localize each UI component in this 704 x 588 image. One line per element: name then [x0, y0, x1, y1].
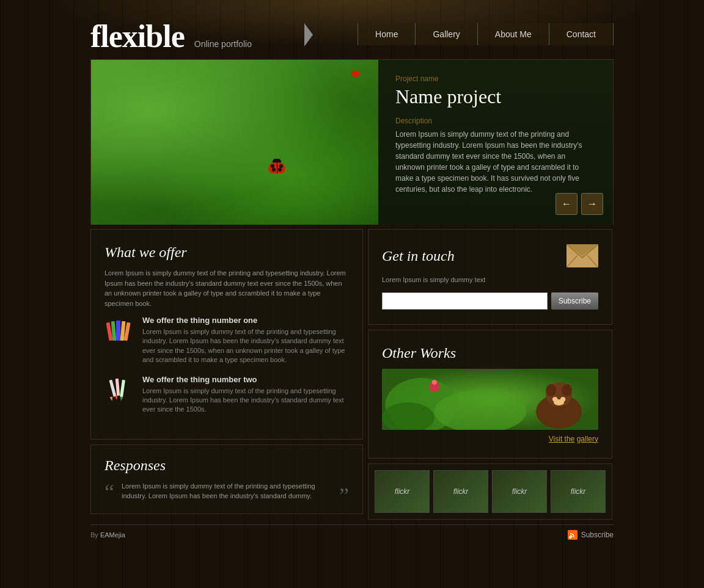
svg-marker-10 [119, 396, 123, 401]
hero-prev-button[interactable]: ← [556, 193, 578, 215]
offer-item-2-text: Lorem Ipsum is simply dummy text of the … [142, 387, 349, 415]
pencils-svg [106, 377, 132, 402]
svg-rect-9 [120, 379, 125, 396]
svg-point-23 [562, 384, 572, 396]
footer-by-text: By [90, 531, 98, 539]
subscribe-input[interactable] [382, 292, 548, 310]
ladybug-small-icon [351, 71, 360, 77]
other-works-panel: Other Works [368, 330, 612, 459]
svg-marker-8 [115, 395, 119, 399]
offer-item-1-title: We offer the thing number one [142, 316, 349, 325]
svg-rect-2 [116, 321, 120, 341]
svg-rect-11 [566, 244, 598, 267]
other-works-svg [382, 369, 598, 430]
footer-credit: By EAMejia [90, 531, 125, 539]
what-we-offer-panel: What we offer Lorem Ipsum is simply dumm… [90, 229, 363, 440]
svg-marker-6 [109, 396, 114, 401]
footer-subscribe[interactable]: Subscribe [568, 530, 614, 540]
gallery-link-text[interactable]: gallery [577, 435, 598, 443]
logo-title: flexible [90, 18, 185, 54]
subscribe-row: Subscribe [382, 292, 598, 310]
what-we-offer-title: What we offer [105, 244, 349, 261]
footer-subscribe-label: Subscribe [581, 531, 614, 539]
hero-image [91, 60, 378, 225]
offer-item-2-title: We offer the thing number two [142, 375, 349, 384]
responses-quote: “ Lorem Ipsum is simply dummy text of th… [105, 481, 349, 501]
nav-item-gallery[interactable]: Gallery [415, 23, 477, 45]
books-icon [105, 316, 134, 345]
svg-point-22 [546, 384, 556, 396]
ladybug-icon [268, 162, 287, 176]
project-name: Name project [395, 85, 596, 108]
footer-author-link[interactable]: EAMejia [100, 531, 125, 539]
svg-rect-5 [109, 379, 116, 396]
nav-item-about[interactable]: About Me [477, 23, 549, 45]
flickr-item-3[interactable]: flickr [492, 470, 547, 513]
right-column: Get in touch Lorem Ipsum is simply dummy… [368, 229, 612, 520]
footer: By EAMejia Subscribe [90, 524, 614, 545]
main-nav: Home Gallery About Me Contact [358, 23, 614, 45]
nav-arrow-icon [304, 23, 313, 46]
responses-title: Responses [105, 457, 349, 474]
logo-subtitle: Online portfolio [194, 39, 252, 49]
quote-mark-right: ” [339, 490, 349, 501]
envelope-icon [566, 244, 598, 267]
ladybug-body [268, 162, 285, 173]
nav-item-contact[interactable]: Contact [549, 23, 614, 45]
get-in-touch-header: Get in touch [382, 244, 598, 267]
svg-point-27 [569, 536, 571, 539]
flickr-item-2[interactable]: flickr [433, 470, 488, 513]
other-works-title: Other Works [382, 345, 598, 361]
offer-item-1-content: We offer the thing number one Lorem Ipsu… [142, 316, 349, 365]
flickr-label-2: flickr [453, 487, 469, 496]
gallery-text: Visit the [549, 435, 574, 443]
project-label: Project name [395, 74, 596, 83]
leaf-background [91, 60, 378, 225]
hero-info: Project name Name project Description Lo… [378, 60, 613, 225]
svg-point-26 [554, 399, 564, 405]
main-content: Project name Name project Description Lo… [90, 59, 614, 545]
offer-item-2: We offer the thing number two Lorem Ipsu… [105, 375, 349, 415]
flickr-label-4: flickr [571, 487, 586, 496]
get-in-touch-title: Get in touch [382, 248, 455, 264]
quote-content: Lorem Ipsum is simply dummy text of the … [122, 482, 315, 500]
flickr-item-1[interactable]: flickr [375, 470, 430, 513]
rss-icon [568, 530, 578, 540]
hero-navigation: ← → [556, 193, 603, 215]
nav-item-home[interactable]: Home [358, 23, 415, 45]
header: flexible Online portfolio Home Gallery A… [0, 0, 704, 54]
offer-item-1: We offer the thing number one Lorem Ipsu… [105, 316, 349, 365]
get-in-touch-panel: Get in touch Lorem Ipsum is simply dummy… [368, 229, 612, 325]
ladybug-spot-4 [278, 168, 282, 172]
flickr-label-3: flickr [512, 487, 527, 496]
offer-item-2-content: We offer the thing number two Lorem Ipsu… [142, 375, 349, 415]
responses-panel: Responses “ Lorem Ipsum is simply dummy … [90, 445, 363, 514]
subscribe-button[interactable]: Subscribe [551, 292, 598, 310]
bottom-area: What we offer Lorem Ipsum is simply dumm… [90, 229, 614, 520]
pencils-icon [105, 375, 134, 404]
flickr-panel: flickr flickr flickr flickr [368, 463, 612, 520]
left-column: What we offer Lorem Ipsum is simply dumm… [90, 229, 363, 520]
hero-section: Project name Name project Description Lo… [90, 59, 614, 224]
get-in-touch-text: Lorem Ipsum is simply dummy text [382, 275, 598, 285]
other-works-image [382, 369, 598, 430]
description-text: Lorem Ipsum is simply dummy text of the … [395, 129, 596, 195]
envelope-svg [566, 244, 598, 267]
gallery-link[interactable]: Visit the gallery [382, 435, 598, 443]
ladybug-line [277, 162, 277, 173]
flickr-label-1: flickr [395, 487, 410, 496]
flickr-item-4[interactable]: flickr [551, 470, 606, 513]
quote-mark-left: “ [105, 481, 114, 503]
description-label: Description [395, 117, 596, 125]
what-we-offer-intro: Lorem Ipsum is simply dummy text of the … [105, 268, 349, 308]
ladybug-spot-3 [272, 168, 276, 172]
svg-point-19 [432, 380, 438, 385]
offer-item-1-text: Lorem Ipsum is simply dummy text of the … [142, 327, 349, 365]
hero-next-button[interactable]: → [581, 193, 603, 215]
books-svg [106, 318, 132, 343]
svg-rect-7 [116, 378, 120, 395]
